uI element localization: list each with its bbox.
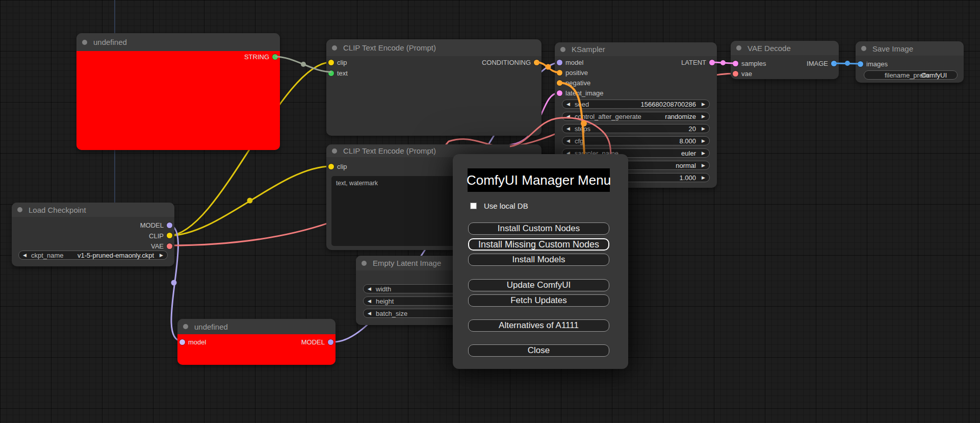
widget-value[interactable]: v1-5-pruned-emaonly.ckpt: [78, 252, 154, 259]
output-dot-LATENT[interactable]: [709, 60, 715, 65]
output-label: CONDITIONING: [482, 59, 531, 66]
node-clip-text-encode-1[interactable]: CLIP Text Encode (Prompt)cliptextCONDITI…: [326, 39, 541, 136]
input-label: model: [565, 59, 583, 66]
input-label: model: [188, 338, 206, 346]
node-vae-decode[interactable]: VAE DecodesamplesvaeIMAGE: [731, 41, 839, 79]
link-midpoint-dot: [171, 280, 177, 286]
node-title-bar[interactable]: KSampler: [555, 42, 717, 56]
output-label: STRING: [244, 53, 269, 61]
link-clip-to-encode2: [168, 166, 331, 236]
node-title-bar[interactable]: undefined: [177, 319, 336, 334]
node-title: Empty Latent Image: [373, 259, 441, 267]
node-title: KSampler: [572, 45, 605, 54]
widget-value[interactable]: euler: [681, 150, 696, 157]
input-label: images: [866, 60, 888, 68]
widget-decrement-icon[interactable]: ◀: [566, 139, 570, 143]
node-status-icon: [362, 261, 367, 266]
input-dot-positive[interactable]: [557, 70, 562, 76]
input-dot-samples[interactable]: [733, 61, 738, 66]
output-dot-CONDITIONING[interactable]: [534, 60, 539, 65]
input-label: clip: [337, 163, 347, 170]
node-undefined-bottom[interactable]: undefinedmodelMODEL: [177, 319, 336, 365]
node-graph-canvas[interactable]: undefinedSTRINGCLIP Text Encode (Prompt)…: [0, 0, 980, 423]
input-dot-text[interactable]: [328, 70, 334, 76]
widget-cfg[interactable]: ◀cfg8.000▶: [562, 136, 710, 145]
widget-ckpt_name[interactable]: ◀ckpt_namev1-5-pruned-emaonly.ckpt▶: [18, 251, 168, 260]
widget-label: height: [376, 297, 394, 305]
install-missing-custom-nodes-button[interactable]: Install Missing Custom Nodes: [468, 238, 609, 251]
update-comfyui-button[interactable]: Update ComfyUI: [468, 279, 609, 291]
use-local-db-checkbox[interactable]: [470, 203, 477, 209]
link-midpoint-dot: [845, 61, 850, 66]
node-undefined-top[interactable]: undefinedSTRING: [76, 33, 280, 150]
node-load-checkpoint[interactable]: Load CheckpointMODELCLIPVAE◀ckpt_namev1-…: [12, 203, 174, 266]
output-label: CLIP: [149, 232, 164, 239]
input-dot-negative[interactable]: [557, 80, 562, 86]
widget-increment-icon[interactable]: ▶: [702, 127, 705, 131]
widget-steps[interactable]: ◀steps20▶: [562, 124, 710, 133]
output-dot-MODEL[interactable]: [167, 222, 172, 228]
fetch-updates-button[interactable]: Fetch Updates: [468, 294, 609, 307]
output-label: MODEL: [140, 221, 164, 229]
node-title-bar[interactable]: Save Image: [856, 41, 964, 56]
comfyui-manager-dialog: ComfyUI Manager Menu Use local DB Instal…: [453, 154, 628, 369]
close-button[interactable]: Close: [468, 344, 609, 357]
node-title-bar[interactable]: Load Checkpoint: [12, 203, 174, 217]
node-status-icon: [560, 47, 565, 52]
output-dot-MODEL[interactable]: [328, 339, 333, 345]
widget-decrement-icon[interactable]: ◀: [368, 311, 371, 316]
widget-value[interactable]: 1.000: [679, 174, 696, 182]
node-title: undefined: [93, 38, 127, 46]
widget-value[interactable]: ComfyUI: [921, 71, 947, 79]
widget-increment-icon[interactable]: ▶: [160, 253, 163, 258]
widget-decrement-icon[interactable]: ◀: [566, 102, 570, 107]
widget-value[interactable]: 8.000: [679, 137, 696, 145]
widget-value[interactable]: 156680208700286: [641, 101, 696, 108]
node-title-bar[interactable]: undefined: [76, 33, 280, 51]
input-dot-clip[interactable]: [328, 60, 334, 65]
node-title-bar[interactable]: VAE Decode: [731, 41, 839, 55]
widget-decrement-icon[interactable]: ◀: [23, 253, 27, 258]
link-midpoint-dot: [247, 198, 253, 204]
widget-decrement-icon[interactable]: ◀: [566, 114, 570, 119]
input-dot-model[interactable]: [557, 60, 562, 65]
widget-value[interactable]: 20: [689, 125, 696, 133]
widget-increment-icon[interactable]: ▶: [702, 176, 705, 180]
node-save-image[interactable]: Save Imageimagesfilename_prefixComfyUI: [856, 41, 964, 83]
link-midpoint-dot: [720, 60, 726, 65]
node-title: CLIP Text Encode (Prompt): [343, 43, 436, 52]
input-dot-clip[interactable]: [328, 164, 334, 169]
output-dot-IMAGE[interactable]: [831, 61, 837, 66]
widget-decrement-icon[interactable]: ◀: [368, 287, 371, 291]
widget-increment-icon[interactable]: ▶: [702, 151, 705, 156]
widget-increment-icon[interactable]: ▶: [702, 163, 705, 168]
input-dot-images[interactable]: [858, 61, 863, 67]
widget-label: seed: [575, 101, 589, 108]
input-label: latent_image: [565, 89, 603, 97]
widget-seed[interactable]: ◀seed156680208700286▶: [562, 99, 710, 109]
output-dot-VAE[interactable]: [167, 243, 172, 249]
widget-control_after_generate[interactable]: ◀control_after_generaterandomize▶: [562, 112, 710, 121]
widget-increment-icon[interactable]: ▶: [702, 114, 705, 119]
widget-filename_prefix[interactable]: filename_prefixComfyUI: [864, 70, 958, 80]
input-dot-model[interactable]: [179, 339, 185, 345]
output-label: IMAGE: [807, 60, 828, 67]
output-dot-STRING[interactable]: [272, 54, 278, 60]
link-midpoint-dot: [301, 62, 306, 67]
widget-increment-icon[interactable]: ▶: [702, 139, 705, 143]
widget-value[interactable]: randomize: [665, 113, 696, 120]
node-status-icon: [736, 45, 741, 51]
install-models-button[interactable]: Install Models: [468, 254, 609, 266]
input-label: clip: [337, 59, 347, 66]
widget-value[interactable]: normal: [676, 162, 696, 169]
widget-decrement-icon[interactable]: ◀: [368, 299, 371, 304]
output-dot-CLIP[interactable]: [167, 233, 172, 238]
alternatives-of-a1111-button[interactable]: Alternatives of A1111: [468, 319, 609, 332]
widget-increment-icon[interactable]: ▶: [702, 102, 705, 107]
input-dot-vae[interactable]: [733, 71, 738, 77]
input-label: negative: [565, 79, 590, 87]
input-dot-latent_image[interactable]: [557, 90, 562, 96]
node-title-bar[interactable]: CLIP Text Encode (Prompt): [326, 39, 541, 56]
install-custom-nodes-button[interactable]: Install Custom Nodes: [468, 222, 609, 235]
widget-decrement-icon[interactable]: ◀: [566, 127, 570, 131]
